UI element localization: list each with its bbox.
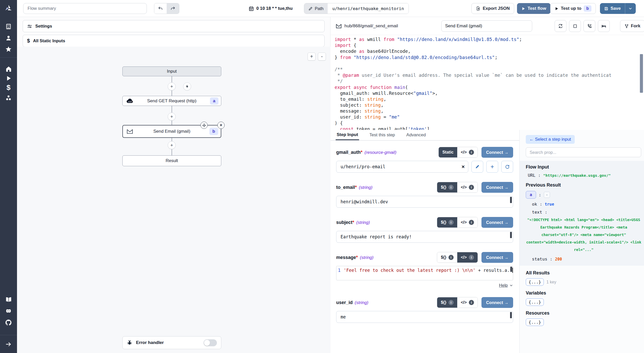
resources-object-badge[interactable]: {...} <box>526 318 544 326</box>
code-mode-button[interactable]: </>i <box>457 147 478 157</box>
path-chip[interactable]: Path u/henri/earthquake_monitorin <box>304 3 409 14</box>
connect-button[interactable]: Connect → <box>481 217 513 228</box>
code-mode-button[interactable]: </>i <box>457 182 478 192</box>
info-icon[interactable]: i <box>448 185 454 190</box>
select-step-input-button[interactable]: ← Select a step input <box>526 135 575 144</box>
gmail-auth-input[interactable] <box>336 161 468 173</box>
hub-script-path[interactable]: hub/868/gmail/_send_email <box>336 23 398 29</box>
windmill-logo[interactable] <box>0 0 17 17</box>
variables-dollar-icon[interactable]: $ <box>0 82 17 93</box>
edit-resource-button[interactable] <box>471 161 483 173</box>
step-name-input[interactable] <box>441 20 532 32</box>
connect-button[interactable]: Connect → <box>481 297 513 308</box>
input-scroll-thumb[interactable] <box>510 267 512 272</box>
phone-incoming-button[interactable] <box>583 20 595 32</box>
result-a-badge[interactable]: a <box>526 191 536 199</box>
sync-script-button[interactable] <box>555 20 566 32</box>
info-icon[interactable]: i <box>469 220 474 225</box>
user-id-input[interactable] <box>336 311 513 323</box>
input-scroll-thumb[interactable] <box>510 232 512 238</box>
info-icon[interactable]: i <box>469 300 474 305</box>
input-scroll-thumb[interactable] <box>510 197 512 203</box>
info-icon[interactable]: i <box>469 150 474 155</box>
github-icon[interactable] <box>0 317 17 328</box>
docs-book-icon[interactable] <box>0 294 17 305</box>
flow-settings-button[interactable]: Settings <box>23 20 325 32</box>
collapse-button[interactable]: - <box>544 192 550 198</box>
redo-button[interactable] <box>167 3 179 14</box>
message-code-editor[interactable]: 1 'Feel free to check out the latest rep… <box>336 266 513 280</box>
all-static-inputs-button[interactable]: $ All Static Inputs <box>23 35 325 47</box>
add-step-button[interactable]: + <box>168 82 176 90</box>
add-step-button[interactable]: + <box>168 141 176 149</box>
save-button[interactable]: Save <box>600 3 625 14</box>
connect-button[interactable]: Connect → <box>481 252 513 263</box>
all-results-object-badge[interactable]: {...} <box>526 278 544 286</box>
fork-script-button[interactable]: Fork <box>620 20 644 32</box>
result-status-row[interactable]: status : 200 <box>532 257 638 262</box>
zoom-out-button[interactable]: - <box>318 53 326 61</box>
move-node-handle[interactable] <box>200 122 208 129</box>
test-up-to-button[interactable]: Test up to b <box>550 3 596 14</box>
static-mode-button[interactable]: Static <box>439 147 457 157</box>
workspace-icon[interactable] <box>0 21 17 32</box>
undo-button[interactable] <box>154 3 167 14</box>
flow-node-get-request[interactable]: HTTP Send GET Request (http) a <box>122 96 221 106</box>
to-email-input[interactable] <box>336 196 513 208</box>
input-scroll-thumb[interactable] <box>510 312 512 318</box>
field-name: gmail_auth* <box>336 150 362 155</box>
code-mode-button[interactable]: </>i <box>457 297 478 308</box>
gmail-icon <box>336 23 342 29</box>
flow-node-result[interactable]: Result <box>122 155 221 166</box>
variables-object-badge[interactable]: {...} <box>526 298 544 306</box>
connect-button[interactable]: Connect → <box>481 147 513 158</box>
code-mode-button[interactable]: </>i <box>457 217 478 228</box>
error-handler-toggle[interactable] <box>204 339 217 346</box>
code-vertical-scrollbar[interactable] <box>640 54 643 93</box>
info-icon[interactable]: i <box>448 255 454 260</box>
expr-mode-button[interactable]: ${}i <box>437 182 457 192</box>
result-text-row[interactable]: text : <box>532 210 638 215</box>
flow-canvas[interactable]: + - Input + HTTP Send GET Request (http)… <box>17 47 331 353</box>
flow-node-input[interactable]: Input <box>122 66 221 76</box>
save-dropdown-chevron[interactable] <box>625 3 636 14</box>
info-icon[interactable]: i <box>448 300 454 305</box>
tab-step-input[interactable]: Step Input <box>336 130 359 140</box>
info-icon[interactable]: i <box>469 185 474 190</box>
trigger-bolt-button[interactable] <box>183 82 191 90</box>
tab-test-this-step[interactable]: Test this step <box>368 130 396 140</box>
info-icon[interactable]: i <box>448 220 454 225</box>
schedule-display[interactable]: 0 10 18 * * tue,thu <box>249 0 293 17</box>
flow-summary-input[interactable] <box>23 3 147 14</box>
test-flow-button[interactable]: Test flow <box>517 3 550 14</box>
resources-cubes-icon[interactable] <box>0 92 17 104</box>
text-value[interactable]: "<!DOCTYPE html> <html lang="en"> <head>… <box>526 216 642 254</box>
export-json-button[interactable]: Export JSON <box>471 3 514 14</box>
expand-editor-button[interactable] <box>569 20 581 32</box>
favorites-star-icon[interactable] <box>0 44 17 55</box>
expand-arrow-icon[interactable] <box>0 339 17 350</box>
help-link[interactable]: Help <box>499 283 508 288</box>
discord-icon[interactable] <box>0 305 17 317</box>
add-step-button[interactable]: + <box>168 113 176 121</box>
fields-container: gmail_auth* (resource-gmail) Static </>i… <box>331 141 519 323</box>
tab-advanced[interactable]: Advanced <box>405 130 427 140</box>
expr-mode-button[interactable]: ${}i <box>437 217 457 228</box>
add-resource-button[interactable]: + <box>486 161 498 173</box>
search-prop-input[interactable] <box>526 147 641 157</box>
zoom-in-button[interactable]: + <box>308 53 316 61</box>
info-icon[interactable]: i <box>469 255 474 260</box>
code-editor[interactable]: import * as wmill from "https://deno.lan… <box>331 35 644 130</box>
flow-input-url-row[interactable]: URL : "https://earthquake.usgs.gov/" <box>528 173 638 178</box>
code-mode-button[interactable]: </>i <box>457 252 478 263</box>
subject-input[interactable] <box>336 231 513 243</box>
expr-mode-button[interactable]: ${}i <box>437 252 457 263</box>
connect-button[interactable]: Connect → <box>481 182 513 193</box>
expr-mode-button[interactable]: ${}i <box>437 297 457 308</box>
result-ok-row[interactable]: ok : true <box>532 202 638 207</box>
refresh-resource-button[interactable] <box>501 161 513 173</box>
clear-resource-button[interactable]: × <box>462 164 465 170</box>
user-icon[interactable] <box>0 32 17 44</box>
sleep-bed-button[interactable] <box>598 20 610 32</box>
delete-node-button[interactable]: × <box>217 122 225 129</box>
